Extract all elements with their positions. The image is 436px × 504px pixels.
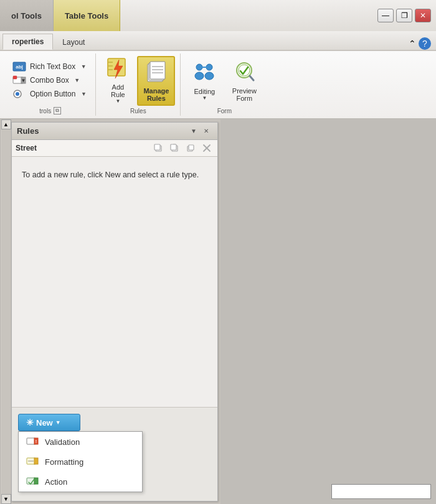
new-btn-arrow: ▼ [55, 419, 61, 426]
editing-label-area: Editing ▼ [194, 88, 216, 101]
svg-rect-28 [154, 144, 160, 150]
preview-form-label-area: PreviewForm [232, 87, 257, 102]
combo-box-item[interactable]: ▼ Combo Box ▼ [10, 75, 90, 86]
svg-point-7 [16, 92, 19, 96]
rich-text-box-icon: ab| [12, 62, 26, 72]
svg-rect-43 [34, 478, 38, 484]
title-bar: ol Tools Table Tools — ❐ ✕ [0, 0, 436, 31]
scroll-up-button[interactable]: ▲ [1, 119, 11, 129]
new-btn-label: New [36, 418, 53, 427]
svg-point-21 [195, 72, 204, 80]
scroll-track [1, 129, 11, 494]
svg-text:▼: ▼ [21, 78, 26, 83]
form-group-label: Form [186, 108, 263, 116]
svg-rect-40 [34, 458, 38, 464]
right-content-area [220, 119, 436, 504]
option-button-icon [12, 89, 26, 99]
add-rule-label-area: Add Rule ▼ [111, 83, 125, 104]
right-input-field[interactable] [331, 484, 431, 499]
panel-close-button[interactable]: ✕ [200, 126, 212, 137]
ribbon-tab-right: ⌃ ? [409, 37, 436, 50]
controls-group-content: ab| Rich Text Box ▼ ▼ Combo Box ▼ [10, 54, 90, 107]
rules-panel-body: To add a new rule, click New and select … [12, 157, 217, 407]
manage-rules-icon [145, 60, 168, 85]
rich-text-box-dropdown[interactable]: ▼ [79, 62, 88, 71]
collapse-ribbon-button[interactable]: ⌃ [409, 39, 416, 49]
rules-panel-footer: ✳ New ▼ ! Validation [12, 407, 217, 501]
tab-layout[interactable]: Layout [53, 34, 94, 50]
option-button-item[interactable]: Option Button ▼ [10, 88, 90, 100]
rules-group: Add Rule ▼ ManageRule [96, 54, 181, 116]
svg-text:ab|: ab| [16, 64, 23, 70]
rich-text-box-item[interactable]: ab| Rich Text Box ▼ [10, 61, 90, 72]
svg-rect-33 [189, 145, 194, 150]
ribbon-tabs: roperties Layout ⌃ ? [0, 31, 436, 51]
editing-icon [193, 60, 216, 85]
preview-form-icon [233, 60, 255, 85]
rules-panel-title: Rules [17, 126, 187, 136]
new-btn-sparkle-icon: ✳ [26, 418, 34, 427]
rules-panel-header: Rules ▼ ✕ [12, 123, 217, 140]
ribbon: ab| Rich Text Box ▼ ▼ Combo Box ▼ [0, 51, 436, 119]
manage-rules-label-area: ManageRules [143, 87, 169, 102]
svg-point-22 [205, 72, 214, 80]
help-button[interactable]: ? [419, 37, 431, 50]
form-group-content: Editing ▼ PreviewForm [186, 54, 263, 108]
formatting-option[interactable]: Formatting [19, 452, 142, 472]
scroll-down-button[interactable]: ▼ [1, 494, 11, 504]
toolbar-copy-btn[interactable] [151, 142, 165, 154]
svg-rect-5 [13, 76, 17, 79]
svg-text:!: ! [36, 439, 37, 444]
manage-rules-button[interactable]: ManageRules [137, 56, 175, 106]
combo-box-dropdown[interactable]: ▼ [73, 76, 82, 85]
form-group: Editing ▼ PreviewForm Fo [181, 54, 268, 116]
rules-panel-toolbar: Street [12, 140, 217, 157]
rules-group-label: Rules [101, 108, 175, 116]
add-rule-button[interactable]: Add Rule ▼ [101, 56, 135, 106]
window-controls: — ❐ ✕ [120, 0, 436, 31]
toolbar-paste-btn[interactable] [168, 142, 181, 154]
add-rule-icon [107, 57, 129, 81]
ol-tools-tab[interactable]: ol Tools [0, 0, 54, 31]
minimize-button[interactable]: — [377, 9, 394, 22]
validation-icon: ! [26, 437, 39, 447]
tab-properties[interactable]: roperties [2, 34, 53, 50]
controls-expand-button[interactable]: ⧉ [54, 107, 61, 114]
controls-group: ab| Rich Text Box ▼ ▼ Combo Box ▼ [5, 54, 96, 116]
editing-button[interactable]: Editing ▼ [186, 56, 223, 106]
action-option[interactable]: Action [19, 472, 142, 492]
new-rule-button[interactable]: ✳ New ▼ [18, 414, 80, 431]
rules-panel: Rules ▼ ✕ Street [11, 122, 218, 502]
maximize-button[interactable]: ❐ [396, 9, 412, 22]
table-tools-tab[interactable]: Table Tools [54, 0, 120, 31]
preview-form-button[interactable]: PreviewForm [225, 56, 263, 106]
combo-box-icon: ▼ [12, 75, 26, 85]
main-left-scrollbar[interactable]: ▲ ▼ [0, 119, 11, 504]
rules-group-content: Add Rule ▼ ManageRule [101, 54, 175, 108]
editing-arrow: ▼ [202, 95, 207, 101]
svg-rect-15 [150, 62, 165, 79]
formatting-icon [26, 457, 39, 467]
field-label: Street [16, 144, 149, 152]
main-area: ▲ ▼ Rules ▼ ✕ Street [0, 119, 436, 504]
toolbar-duplicate-btn[interactable] [184, 142, 197, 154]
option-button-dropdown[interactable]: ▼ [79, 90, 88, 98]
svg-rect-30 [171, 144, 176, 150]
controls-group-label: trols ⧉ [10, 107, 90, 116]
toolbar-delete-btn[interactable] [200, 142, 214, 154]
new-rule-dropdown: ! Validation Formatting [18, 431, 143, 492]
validation-option[interactable]: ! Validation [19, 432, 142, 452]
svg-line-26 [250, 76, 254, 80]
panel-dropdown-button[interactable]: ▼ [187, 126, 200, 137]
close-button[interactable]: ✕ [415, 9, 431, 22]
action-icon [26, 477, 39, 487]
add-rule-arrow: ▼ [115, 98, 120, 104]
